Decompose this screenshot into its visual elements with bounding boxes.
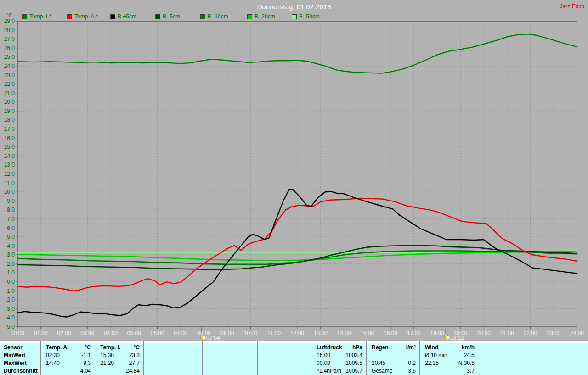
summary-col-luftdruck: LuftdruckhPa 16:001003.4 00:001009.5 ^1.…: [311, 344, 366, 375]
svg-text:10.0: 10.0: [4, 189, 15, 195]
min-time: 16:00: [311, 352, 330, 359]
max-value: N 30.5: [458, 359, 478, 367]
svg-text:2.0: 2.0: [7, 261, 15, 267]
chart-canvas: 29.028.027.026.025.024.023.022.021.020.0…: [0, 0, 588, 341]
svg-text:23:00: 23:00: [547, 330, 560, 336]
col-name: Wind: [419, 344, 438, 352]
svg-text:23.0: 23.0: [4, 72, 15, 78]
table-divider: [202, 341, 203, 375]
svg-text:18.0: 18.0: [4, 117, 15, 123]
svg-text:0.0: 0.0: [7, 279, 15, 285]
col-name: Temp. I.: [95, 344, 120, 352]
svg-text:6.0: 6.0: [7, 225, 15, 231]
svg-text:27.0: 27.0: [4, 36, 15, 42]
svg-text:16.0: 16.0: [4, 135, 15, 141]
svg-text:13.0: 13.0: [4, 162, 15, 168]
svg-text:14:00: 14:00: [337, 330, 351, 336]
min-time: 15:30: [95, 352, 114, 359]
svg-text:21:00: 21:00: [500, 330, 514, 336]
svg-text:07:00: 07:00: [174, 330, 187, 336]
summary-row-labels: Sensor MinWert MaxWert Durchschnitt: [4, 344, 38, 375]
svg-text:04:00: 04:00: [104, 330, 118, 336]
min-time: 02:30: [40, 352, 60, 359]
col-unit: hPa: [352, 344, 366, 352]
svg-text:06:00: 06:00: [150, 330, 164, 336]
min-value: 1003.4: [345, 352, 366, 359]
row-label-sensor: Sensor: [4, 344, 38, 352]
svg-text:24.0: 24.0: [4, 63, 15, 69]
summary-col-regen: Regenl/m² 20:450.2 Gesamt:3.6: [366, 344, 419, 375]
table-divider: [366, 341, 367, 375]
svg-text:5.0: 5.0: [7, 234, 15, 240]
avg-value: 3.6: [408, 367, 419, 375]
table-divider: [143, 341, 144, 375]
svg-text:-5.0: -5.0: [5, 324, 15, 330]
svg-text:17.0: 17.0: [4, 126, 15, 132]
avg-value: 4.04: [80, 367, 95, 375]
svg-text:07:54: 07:54: [206, 335, 220, 341]
svg-text:7.0: 7.0: [7, 216, 15, 222]
row-label-durchschnitt: Durchschnitt: [4, 367, 38, 375]
table-divider: [257, 341, 258, 375]
summary-col-temp-a: Temp. A.°C 02:30-1.1 14:409.3 4.04: [40, 344, 95, 375]
max-time: 14:40: [40, 359, 60, 367]
max-value: 1009.5: [345, 359, 366, 367]
svg-text:12.0: 12.0: [4, 171, 15, 177]
min-time: [366, 352, 372, 359]
svg-text:16:00: 16:00: [384, 330, 397, 336]
svg-text:15:00: 15:00: [360, 330, 374, 336]
svg-text:20.0: 20.0: [4, 99, 15, 105]
svg-text:10:00: 10:00: [243, 330, 257, 336]
max-value: 27.7: [129, 359, 143, 367]
svg-text:22:00: 22:00: [523, 330, 537, 336]
col-unit: km/h: [462, 344, 478, 352]
avg-value: 1005.7: [345, 367, 366, 375]
table-divider: [95, 341, 95, 375]
svg-text:21.0: 21.0: [4, 90, 15, 96]
svg-text:28.0: 28.0: [4, 27, 15, 34]
svg-text:18:22: 18:22: [450, 335, 464, 341]
col-unit: °C: [134, 344, 143, 352]
svg-text:25.0: 25.0: [4, 54, 15, 60]
min-value: [416, 352, 419, 359]
max-time: 20:45: [366, 359, 385, 367]
col-name: Luftdruck: [311, 344, 342, 352]
min-value: 24.5: [464, 352, 478, 359]
col-unit: l/m²: [406, 344, 419, 352]
svg-text:12:00: 12:00: [290, 330, 304, 336]
svg-text:15.0: 15.0: [4, 144, 15, 150]
max-time: 21:20: [95, 359, 114, 367]
avg-label: ^1.4hPa/h: [311, 367, 341, 375]
max-value: 0.2: [408, 359, 419, 367]
col-name: Temp. A.: [40, 344, 68, 352]
svg-text:-3.0: -3.0: [5, 306, 15, 312]
svg-text:14.0: 14.0: [4, 153, 15, 159]
svg-text:11.0: 11.0: [5, 180, 15, 186]
col-unit: °C: [85, 344, 95, 352]
svg-text:22.0: 22.0: [4, 81, 15, 87]
avg-value: 24.84: [126, 367, 143, 375]
min-value: -1.1: [81, 352, 95, 359]
svg-text:13:00: 13:00: [314, 330, 328, 336]
svg-text:-2.0: -2.0: [5, 297, 15, 303]
avg-label: [95, 367, 100, 375]
table-divider: [40, 341, 41, 375]
summary-col-temp-i: Temp. I.°C 15:3023.3 21:2027.7 24.84: [95, 344, 143, 375]
svg-text:9.0: 9.0: [7, 198, 15, 204]
svg-text:09:00: 09:00: [220, 330, 234, 336]
max-time: 00:00: [311, 359, 330, 367]
svg-text:18:00: 18:00: [430, 330, 444, 336]
svg-text:19.0: 19.0: [4, 108, 15, 114]
avg-label: [419, 367, 425, 375]
max-time: 22:35: [419, 359, 439, 367]
svg-text:26.0: 26.0: [4, 45, 15, 51]
summary-col-wind: Windkm/h Ø 10 min.24.5 22:35N 30.5 3.7: [419, 344, 478, 375]
svg-text:20:00: 20:00: [477, 330, 491, 336]
svg-text:8.0: 8.0: [7, 207, 15, 213]
svg-text:01:00: 01:00: [34, 330, 48, 336]
col-name: Regen: [366, 344, 389, 352]
min-value: 23.3: [129, 352, 143, 359]
svg-text:24:00: 24:00: [570, 330, 584, 336]
svg-text:-1.0: -1.0: [5, 288, 15, 294]
avg-label: [40, 367, 46, 375]
